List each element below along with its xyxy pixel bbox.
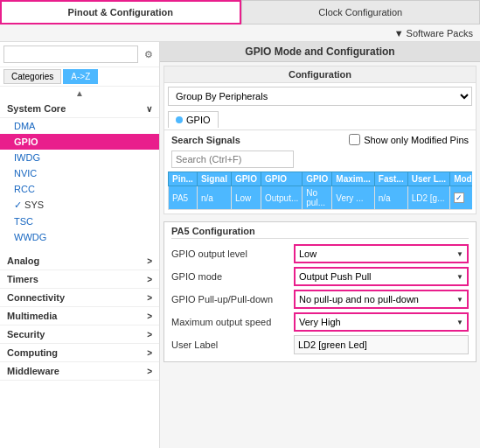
group-by-row: Group By Peripherals bbox=[164, 83, 476, 109]
search-signals-input-row bbox=[164, 149, 476, 172]
clock-configuration-tab[interactable]: Clock Configuration bbox=[241, 0, 481, 24]
sidebar: ⚙ Categories A->Z ▲ System Core ∨ DMA GP… bbox=[0, 42, 160, 448]
sidebar-section-header-multimedia[interactable]: Multimedia > bbox=[0, 307, 159, 326]
config-section: Configuration Group By Peripherals GPIO … bbox=[163, 66, 477, 214]
sidebar-item-wwdg[interactable]: WWDG bbox=[0, 229, 159, 245]
table-row[interactable]: PA5 n/a Low Output... No pul... Very ...… bbox=[169, 186, 473, 210]
software-packs-row[interactable]: ▼ Software Packs bbox=[0, 24, 480, 42]
chevron-right-icon: > bbox=[147, 275, 152, 284]
cell-gpio1: Low bbox=[231, 186, 261, 210]
sidebar-section-timers: Timers > bbox=[0, 270, 159, 289]
th-pin: Pin... bbox=[169, 172, 198, 186]
search-signals-row: Search Signals Show only Modified Pins bbox=[164, 130, 476, 149]
th-modified: Modified bbox=[450, 172, 472, 186]
gpio-output-level-select[interactable]: Low bbox=[294, 244, 469, 263]
cell-signal: n/a bbox=[197, 186, 231, 210]
cell-modified: ✓ bbox=[450, 186, 472, 210]
content-area: GPIO Mode and Configuration Configuratio… bbox=[160, 42, 480, 448]
sidebar-item-nvic[interactable]: NVIC bbox=[0, 165, 159, 181]
config-section-title: Configuration bbox=[164, 66, 476, 83]
pinout-configuration-tab[interactable]: Pinout & Configuration bbox=[0, 0, 241, 24]
sidebar-content: ▲ System Core ∨ DMA GPIO IWDG NVIC RCC S… bbox=[0, 87, 159, 448]
cell-max: Very ... bbox=[332, 186, 374, 210]
user-label-row: User Label bbox=[171, 335, 469, 354]
sidebar-section-header-system-core[interactable]: System Core ∨ bbox=[0, 100, 159, 118]
sidebar-item-sys[interactable]: SYS bbox=[0, 197, 159, 214]
chevron-right-icon: > bbox=[147, 348, 152, 358]
show-modified-row: Show only Modified Pins bbox=[349, 134, 469, 145]
th-signal: Signal bbox=[197, 172, 231, 186]
sidebar-section-header-security[interactable]: Security > bbox=[0, 326, 159, 344]
th-fast: Fast... bbox=[374, 172, 407, 186]
chevron-right-icon: > bbox=[147, 312, 152, 321]
cell-pin: PA5 bbox=[169, 186, 198, 210]
filter-tab-az[interactable]: A->Z bbox=[63, 69, 98, 84]
pa5-config-title: PA5 Configuration bbox=[171, 226, 469, 239]
gpio-tab[interactable]: GPIO bbox=[168, 111, 219, 128]
show-modified-label: Show only Modified Pins bbox=[364, 135, 469, 145]
sidebar-section-connectivity: Connectivity > bbox=[0, 289, 159, 307]
th-gpio1: GPIO bbox=[231, 172, 261, 186]
gpio-table: Pin... Signal GPIO GPIO GPIO Maxim... Fa… bbox=[168, 172, 472, 210]
sidebar-item-gpio[interactable]: GPIO bbox=[0, 134, 159, 150]
sidebar-section-system-core: System Core ∨ DMA GPIO IWDG NVIC RCC SYS… bbox=[0, 100, 159, 245]
group-by-select[interactable]: Group By Peripherals bbox=[168, 87, 472, 106]
gpio-mode-select[interactable]: Output Push Pull bbox=[294, 267, 469, 286]
gpio-table-wrapper: Pin... Signal GPIO GPIO GPIO Maxim... Fa… bbox=[168, 172, 472, 210]
sidebar-section-header-connectivity[interactable]: Connectivity > bbox=[0, 289, 159, 307]
sidebar-item-iwdg[interactable]: IWDG bbox=[0, 150, 159, 165]
gpio-pullup-row: GPIO Pull-up/Pull-down No pull-up and no… bbox=[171, 290, 469, 309]
user-label-input[interactable] bbox=[294, 335, 469, 354]
sidebar-section-header-computing[interactable]: Computing > bbox=[0, 344, 159, 362]
sidebar-section-header-middleware[interactable]: Middleware > bbox=[0, 362, 159, 381]
sidebar-item-rcc[interactable]: RCC bbox=[0, 181, 159, 197]
pa5-configuration: PA5 Configuration GPIO output level Low … bbox=[163, 221, 477, 362]
gear-icon[interactable]: ⚙ bbox=[142, 47, 156, 61]
user-label-label: User Label bbox=[171, 340, 294, 350]
cell-fast: n/a bbox=[374, 186, 407, 210]
gpio-tab-row: GPIO bbox=[164, 109, 476, 130]
th-gpio3: GPIO bbox=[303, 172, 332, 186]
cell-user: LD2 [g... bbox=[407, 186, 449, 210]
cell-gpio2: Output... bbox=[261, 186, 302, 210]
chevron-right-icon: > bbox=[147, 256, 152, 266]
chevron-right-icon: > bbox=[147, 367, 152, 376]
sidebar-section-computing: Computing > bbox=[0, 344, 159, 362]
show-modified-checkbox[interactable] bbox=[349, 134, 360, 145]
chevron-right-icon: > bbox=[147, 293, 152, 303]
max-output-speed-label: Maximum output speed bbox=[171, 317, 294, 327]
software-packs-label: ▼ Software Packs bbox=[394, 28, 473, 38]
scroll-up-arrow[interactable]: ▲ bbox=[0, 87, 159, 100]
table-header-row: Pin... Signal GPIO GPIO GPIO Maxim... Fa… bbox=[169, 172, 473, 186]
sidebar-section-security: Security > bbox=[0, 326, 159, 344]
gpio-pullup-select[interactable]: No pull-up and no pull-down bbox=[294, 290, 469, 309]
filter-tabs: Categories A->Z bbox=[0, 67, 159, 87]
modified-checkbox[interactable]: ✓ bbox=[454, 192, 464, 203]
sidebar-item-dma[interactable]: DMA bbox=[0, 118, 159, 134]
cell-gpio3: No pul... bbox=[303, 186, 332, 210]
gpio-output-level-label: GPIO output level bbox=[171, 248, 294, 259]
gpio-output-level-row: GPIO output level Low bbox=[171, 244, 469, 263]
th-maxim: Maxim... bbox=[332, 172, 374, 186]
max-output-speed-select[interactable]: Very High bbox=[294, 312, 469, 332]
sidebar-section-header-timers[interactable]: Timers > bbox=[0, 270, 159, 289]
filter-tab-categories[interactable]: Categories bbox=[3, 69, 61, 84]
chevron-down-icon: ∨ bbox=[146, 104, 152, 114]
search-signals-label: Search Signals bbox=[171, 135, 240, 145]
sidebar-search-input[interactable] bbox=[3, 46, 138, 63]
gpio-mode-wrapper: Output Push Pull bbox=[294, 267, 469, 286]
th-gpio2: GPIO bbox=[261, 172, 302, 186]
th-user: User L... bbox=[407, 172, 449, 186]
sidebar-section-header-analog[interactable]: Analog > bbox=[0, 252, 159, 270]
sidebar-item-tsc[interactable]: TSC bbox=[0, 214, 159, 229]
gpio-pullup-label: GPIO Pull-up/Pull-down bbox=[171, 294, 294, 304]
sidebar-section-analog: Analog > bbox=[0, 252, 159, 270]
gpio-mode-row: GPIO mode Output Push Pull bbox=[171, 267, 469, 286]
gpio-output-level-wrapper: Low bbox=[294, 244, 469, 263]
gpio-pullup-wrapper: No pull-up and no pull-down bbox=[294, 290, 469, 309]
content-title: GPIO Mode and Configuration bbox=[160, 42, 480, 62]
gpio-mode-label: GPIO mode bbox=[171, 271, 294, 282]
max-output-speed-wrapper: Very High bbox=[294, 312, 469, 332]
signals-search-input[interactable] bbox=[171, 150, 294, 168]
sidebar-section-middleware: Middleware > bbox=[0, 362, 159, 381]
